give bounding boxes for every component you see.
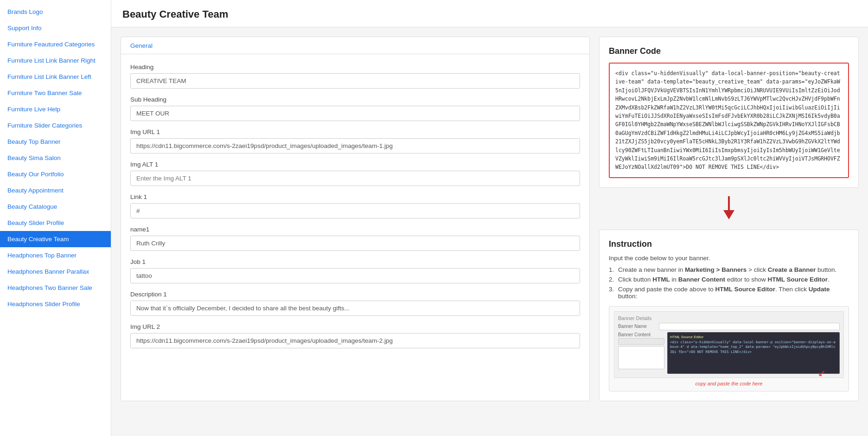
banner-code-box: Banner Code <div class="u-hiddenVisually… (599, 37, 859, 188)
sidebar-item-headphones-two-banner[interactable]: Headphones Two Banner Sale (0, 280, 111, 296)
instruction-box: Instruction Input the code below to your… (599, 230, 859, 401)
html-source-editor-bold: HTML Source Editor (768, 276, 828, 283)
banner-code-title: Banner Code (609, 46, 849, 56)
form-body: Heading Sub Heading Img URL 1 Img ALT 1 (121, 54, 589, 365)
heading-group: Heading (130, 64, 580, 89)
sidebar-item-beauty-appointment[interactable]: Beauty Appointment (0, 182, 111, 199)
sidebar-item-headphones-slider-profile[interactable]: Headphones Slider Profile (0, 296, 111, 312)
instruction-step-2: Click button HTML in Banner Content edit… (609, 276, 849, 283)
heading-label: Heading (130, 64, 580, 71)
instruction-step-1: Create a new banner in Marketing > Banne… (609, 266, 849, 273)
sidebar-item-headphones-top-banner[interactable]: Headphones Top Banner (0, 247, 111, 263)
general-tab[interactable]: General (130, 42, 153, 49)
sidebar-item-furniture-featured[interactable]: Furniture Feautured Categories (0, 36, 111, 52)
instruction-title: Instruction (609, 239, 849, 249)
img-url1-group: Img URL 1 (130, 128, 580, 154)
main-content: Beauty Creative Team General Heading Sub… (111, 0, 868, 436)
sub-heading-group: Sub Heading (130, 96, 580, 121)
link1-input[interactable] (130, 203, 580, 218)
desc1-group: Description 1 (130, 291, 580, 316)
create-banner-bold: Create a Banner (768, 266, 816, 273)
sidebar-item-furniture-live-help[interactable]: Furniture Live Help (0, 101, 111, 117)
sidebar-item-beauty-catalogue[interactable]: Beauty Catalogue (0, 199, 111, 215)
sidebar: Brands LogoSupport InfoFurniture Feautur… (0, 0, 111, 436)
sidebar-item-furniture-slider[interactable]: Furniture Slider Categories (0, 117, 111, 134)
form-panel: General Heading Sub Heading Img URL 1 Im… (121, 37, 590, 401)
sidebar-item-beauty-top-banner[interactable]: Beauty Top Banner (0, 134, 111, 150)
sidebar-item-headphones-banner-parallax[interactable]: Headphones Banner Parallax (0, 263, 111, 280)
name1-group: name1 (130, 226, 580, 251)
name1-label: name1 (130, 226, 580, 233)
sub-heading-label: Sub Heading (130, 96, 580, 103)
img-url2-input[interactable] (130, 333, 580, 348)
sidebar-item-brands-logo[interactable]: Brands Logo (0, 4, 111, 20)
down-arrow-wrapper (599, 196, 859, 219)
banner-code-text: <div class="u-hiddenVisually" data-local… (615, 69, 842, 172)
sidebar-item-beauty-our-portfolio[interactable]: Beauty Our Portfolio (0, 166, 111, 182)
job1-input[interactable] (130, 268, 580, 283)
html-bold: HTML (652, 276, 670, 283)
form-tab: General (121, 37, 589, 54)
update-bold: Update (809, 286, 830, 293)
html-source-editor2-bold: HTML Source Editor (715, 286, 775, 293)
img-url2-group: Img URL 2 (130, 323, 580, 348)
name1-input[interactable] (130, 236, 580, 251)
sidebar-item-beauty-creative-team[interactable]: Beauty Creative Team (0, 231, 111, 247)
sidebar-item-beauty-slider-profile[interactable]: Beauty Slider Profile (0, 215, 111, 231)
page-title: Beauty Creative Team (122, 8, 857, 20)
page-header: Beauty Creative Team (111, 0, 868, 27)
img-url1-label: Img URL 1 (130, 128, 580, 135)
img-url1-input[interactable] (130, 138, 580, 154)
sidebar-item-furniture-list-left[interactable]: Furniture List Link Banner Left (0, 69, 111, 85)
arrow-stem (728, 196, 730, 210)
sidebar-item-beauty-sima-salon[interactable]: Beauty Sima Salon (0, 150, 111, 166)
instruction-list: Create a new banner in Marketing > Banne… (609, 266, 849, 300)
link1-group: Link 1 (130, 193, 580, 218)
sub-heading-input[interactable] (130, 106, 580, 121)
heading-input[interactable] (130, 73, 580, 89)
instruction-preview: Banner Details Banner Name Banner Conten… (609, 306, 849, 391)
arrow-down-icon (723, 210, 734, 219)
job1-label: Job 1 (130, 258, 580, 265)
banner-code-content: <div class="u-hiddenVisually" data-local… (609, 63, 849, 178)
content-area: General Heading Sub Heading Img URL 1 Im… (111, 27, 868, 410)
instruction-step-3: Copy and paste the code above to HTML So… (609, 286, 849, 300)
sidebar-item-furniture-two-banner[interactable]: Furniture Two Banner Sale (0, 85, 111, 101)
sidebar-item-support-info[interactable]: Support Info (0, 20, 111, 36)
right-panel: Banner Code <div class="u-hiddenVisually… (599, 37, 859, 401)
img-url2-label: Img URL 2 (130, 323, 580, 330)
preview-code-text: <div class="u-hiddenVisually" data-local… (670, 340, 837, 355)
desc1-input[interactable] (130, 301, 580, 316)
sidebar-item-furniture-list-right[interactable]: Furniture List Link Banner Right (0, 52, 111, 69)
desc1-label: Description 1 (130, 291, 580, 298)
img-alt1-input[interactable] (130, 171, 580, 186)
preview-caption: copy and paste the code here (614, 381, 844, 386)
instruction-intro: Input the code below to your banner. (609, 255, 849, 262)
banner-content-bold: Banner Content (678, 276, 725, 283)
img-alt1-label: Img ALT 1 (130, 161, 580, 168)
marketing-banners-bold: Marketing > Banners (685, 266, 747, 273)
link1-label: Link 1 (130, 193, 580, 200)
img-alt1-group: Img ALT 1 (130, 161, 580, 186)
job1-group: Job 1 (130, 258, 580, 283)
